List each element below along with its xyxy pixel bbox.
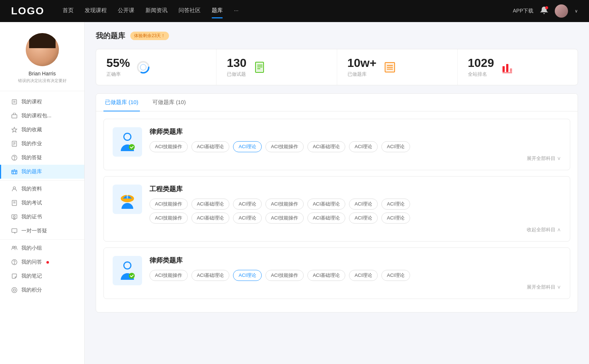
sidebar-item-points[interactable]: 我的积分 [0,283,84,297]
tag-eng-r2-2[interactable]: ACI理论 [233,213,262,224]
expand-link-lawyer[interactable]: 展开全部科目 ∨ [149,155,561,162]
sidebar-item-my-course[interactable]: 我的课程 [0,95,84,109]
stat-done-banks-value: 10w+ [348,57,377,69]
tag-eng-5[interactable]: ACI理论 [349,199,378,210]
qa-badge-dot [46,261,49,264]
nav-menu: 首页 发现课程 公开课 新闻资讯 问答社区 题库 ··· [63,7,513,15]
stat-done-questions-label: 已做试题 [227,71,246,78]
content-inner: 律师类题库 ACI技能操作 ACI基础理论 ACI理论 ACI技能操作 ACI基… [96,119,578,312]
tag-lawyer-1[interactable]: ACI基础理论 [191,141,230,152]
nav-more[interactable]: ··· [234,7,239,15]
svg-point-18 [14,216,15,218]
tag-lawyer-0[interactable]: ACI技能操作 [149,141,188,152]
tag-eng-0[interactable]: ACI技能操作 [149,199,188,210]
sidebar-item-group[interactable]: 我的小组 [0,241,84,255]
notification-dot [545,6,548,9]
expand-link-lawyer2[interactable]: 展开全部科目 ∨ [149,284,561,290]
nav-question-bank[interactable]: 题库 [212,7,223,15]
category-name-engineer: 工程类题库 [149,185,561,193]
svg-rect-47 [127,193,128,199]
sidebar-item-course-package[interactable]: 我的课程包... [0,109,84,123]
tag-eng-3[interactable]: ACI技能操作 [265,199,304,210]
nav-open-course[interactable]: 公开课 [118,7,134,15]
tag-eng-r2-5[interactable]: ACI理论 [349,213,378,224]
sidebar-item-certificate[interactable]: 我的证书 [0,210,84,224]
sidebar-item-tutoring[interactable]: 一对一答疑 [0,224,84,238]
tag-lawyer-3[interactable]: ACI技能操作 [265,141,304,152]
tag-l2-5[interactable]: ACI理论 [349,270,378,281]
tag-lawyer-5[interactable]: ACI理论 [349,141,378,152]
sidebar-item-my-qa[interactable]: 我的问答 [0,255,84,269]
tab-done-banks[interactable]: 已做题库 (10) [103,94,140,111]
user-profile: Brian Harris 错误的决定比没有决定要好 [0,29,84,91]
sidebar-item-notes[interactable]: 我的笔记 [0,269,84,283]
tag-eng-6[interactable]: ACI理论 [381,199,410,210]
tag-eng-r2-6[interactable]: ACI理论 [381,213,410,224]
tag-l2-4[interactable]: ACI基础理论 [307,270,346,281]
tag-eng-r2-0[interactable]: ACI技能操作 [149,213,188,224]
category-icon-engineer [113,185,142,214]
notification-bell[interactable] [540,6,548,16]
svg-point-43 [124,134,130,140]
sidebar: Brian Harris 错误的决定比没有决定要好 我的课程 我的课程包... [0,22,85,364]
stat-done-questions: 130 已做试题 [216,49,337,85]
app-download-link[interactable]: APP下载 [513,8,533,14]
tag-lawyer-4[interactable]: ACI基础理论 [307,141,346,152]
collapse-link-engineer[interactable]: 收起全部科目 ∧ [149,226,561,233]
tag-l2-1[interactable]: ACI基础理论 [191,270,230,281]
sidebar-item-question-bank[interactable]: 我的题库 [0,165,84,179]
tag-l2-0[interactable]: ACI技能操作 [149,270,188,281]
questions-doc-icon [253,60,267,75]
nav-news[interactable]: 新闻资讯 [145,7,167,15]
nav-home[interactable]: 首页 [63,7,74,15]
navbar: LOGO 首页 发现课程 公开课 新闻资讯 问答社区 题库 ··· APP下载 … [0,0,589,22]
sidebar-item-favorites[interactable]: 我的收藏 [0,123,84,137]
user-avatar[interactable] [555,4,568,18]
sidebar-item-exam[interactable]: 我的考试 [0,196,84,210]
tag-lawyer-6[interactable]: ACI理论 [381,141,410,152]
tags-row-engineer-2: ACI技能操作 ACI基础理论 ACI理论 ACI技能操作 ACI基础理论 AC… [149,213,561,224]
nav-qa[interactable]: 问答社区 [179,7,201,15]
tag-eng-r2-4[interactable]: ACI基础理论 [307,213,346,224]
svg-rect-39 [506,64,508,72]
sidebar-motto: 错误的决定比没有决定要好 [18,78,67,83]
tag-l2-2[interactable]: ACI理论 [233,270,262,281]
svg-rect-17 [12,215,17,218]
svg-point-44 [129,144,135,150]
certificate-icon [11,214,18,220]
sidebar-label: 我的课程 [21,99,42,105]
notes-icon [11,273,18,279]
logo: LOGO [11,5,44,17]
sidebar-item-homework[interactable]: 我的作业 [0,137,84,151]
sidebar-item-questions[interactable]: 我的答疑 [0,151,84,165]
stat-done-banks-text: 10w+ 已做题库 [348,57,377,78]
svg-rect-46 [121,199,133,201]
tag-eng-1[interactable]: ACI基础理论 [191,199,230,210]
tag-l2-3[interactable]: ACI技能操作 [265,270,304,281]
group-icon [11,245,18,251]
svg-rect-3 [12,115,17,118]
sidebar-label: 我的考试 [21,200,42,206]
tag-lawyer-2[interactable]: ACI理论 [233,141,262,152]
category-name-lawyer2: 律师类题库 [149,256,561,265]
tag-eng-r2-1[interactable]: ACI基础理论 [191,213,230,224]
trial-badge: 体验剩余23天！ [130,32,169,40]
sidebar-label: 我的小组 [21,245,42,251]
stat-rank-text: 1029 全站排名 [468,57,494,78]
banks-list-icon [382,60,397,75]
points-icon [11,287,18,293]
tag-eng-4[interactable]: ACI基础理论 [307,199,346,210]
divider2 [0,239,84,240]
stat-accuracy-text: 55% 正确率 [106,57,130,78]
nav-discover[interactable]: 发现课程 [85,7,107,15]
tag-eng-2[interactable]: ACI理论 [233,199,262,210]
tab-available-banks[interactable]: 可做题库 (10) [151,94,187,111]
tag-l2-6[interactable]: ACI理论 [381,270,410,281]
svg-rect-11 [12,170,17,174]
category-card-engineer: 工程类题库 ACI技能操作 ACI基础理论 ACI理论 ACI技能操作 ACI基… [103,176,570,242]
svg-rect-40 [510,68,512,72]
user-menu-chevron[interactable]: ∨ [575,8,578,14]
sidebar-item-profile[interactable]: 我的资料 [0,182,84,196]
tag-eng-r2-3[interactable]: ACI技能操作 [265,213,304,224]
navbar-right: APP下载 ∨ [513,4,578,18]
